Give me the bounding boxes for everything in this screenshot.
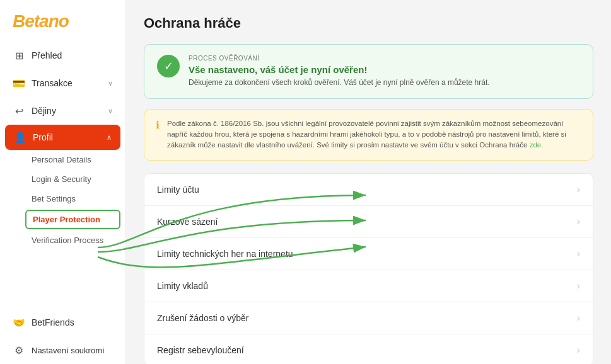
info-banner: ℹ Podle zákona č. 186/2016 Sb. jsou všic… <box>144 109 593 161</box>
chevron-right-icon: › <box>577 216 580 227</box>
history-icon: ↩ <box>13 105 25 117</box>
sidebar-item-nastaveni[interactable]: ⚙ Nastavení soukromí <box>0 336 125 364</box>
chevron-up-icon: ∧ <box>107 134 112 142</box>
friends-icon: 🤝 <box>13 316 25 329</box>
sidebar-item-profil[interactable]: 👤 Profil ∧ <box>5 125 120 150</box>
sidebar-item-label: Dějiny <box>32 106 56 116</box>
chevron-down-icon: ∨ <box>108 107 113 115</box>
success-banner: ✓ PROCES OVĚŘOVÁNÍ Vše nastaveno, váš úč… <box>144 44 593 99</box>
user-icon: 👤 <box>14 131 26 144</box>
sidebar-item-login-security[interactable]: Login & Security <box>0 169 125 189</box>
profile-submenu: Personal Details Login & Security Bet Se… <box>0 150 125 250</box>
check-icon: ✓ <box>157 55 180 77</box>
chevron-right-icon: › <box>577 344 580 356</box>
logo: Betano <box>13 11 69 31</box>
success-description: Děkujeme za dokončení všech kroků ověřen… <box>189 77 490 88</box>
chevron-down-icon: ∨ <box>108 79 113 88</box>
grid-icon: ⊞ <box>13 49 25 62</box>
sidebar-item-transakce[interactable]: 💳 Transakce ∨ <box>0 69 125 97</box>
menu-item-limity-vkladu[interactable]: Limity vkladů › <box>144 270 593 302</box>
sidebar-item-player-protection[interactable]: Player Protection <box>25 210 120 229</box>
chevron-right-icon: › <box>577 312 580 324</box>
sidebar-item-prehled[interactable]: ⊞ Přehled <box>0 42 125 69</box>
sidebar-item-label: Přehled <box>32 50 62 60</box>
success-title: Vše nastaveno, váš účet je nyní ověřen! <box>189 64 490 75</box>
logo-area: Betano <box>0 0 125 42</box>
main-content: Ochrana hráče ✓ PROCES OVĚŘOVÁNÍ Vše nas… <box>126 0 611 364</box>
menu-item-zruseni-zadosti[interactable]: Zrušení žádosti o výběr › <box>144 302 593 334</box>
sidebar-item-betfriends[interactable]: 🤝 BetFriends <box>0 309 125 336</box>
sidebar-item-label: Transakce <box>32 78 73 88</box>
success-label: PROCES OVĚŘOVÁNÍ <box>189 55 490 62</box>
menu-item-limity-technickych[interactable]: Limity technických her na internetu › <box>144 238 593 270</box>
page-title: Ochrana hráče <box>144 15 593 31</box>
sidebar: Betano ⊞ Přehled 💳 Transakce ∨ ↩ Dějiny … <box>0 0 126 364</box>
sidebar-item-label: Profil <box>33 132 53 142</box>
sidebar-item-personal-details[interactable]: Personal Details <box>0 150 125 169</box>
chevron-right-icon: › <box>577 248 580 259</box>
card-icon: 💳 <box>13 77 25 89</box>
info-link[interactable]: zde. <box>530 141 544 149</box>
sidebar-item-label: BetFriends <box>32 317 74 327</box>
sidebar-item-label: Nastavení soukromí <box>32 346 105 355</box>
info-icon: ℹ <box>156 119 160 131</box>
gear-icon: ⚙ <box>13 344 25 356</box>
chevron-right-icon: › <box>577 280 580 292</box>
menu-item-limity-uctu[interactable]: Limity účtu › <box>144 174 593 206</box>
sidebar-item-dejiny[interactable]: ↩ Dějiny ∨ <box>0 97 125 125</box>
sidebar-item-bet-settings[interactable]: Bet Settings <box>0 189 125 208</box>
chevron-right-icon: › <box>577 184 580 195</box>
sidebar-item-verification-process[interactable]: Verification Process <box>0 230 125 250</box>
menu-item-kurzove-sazeni[interactable]: Kurzové sázení › <box>144 206 593 238</box>
menu-item-registr-sebevylouceni[interactable]: Registr sebevyloučení › <box>144 334 593 364</box>
menu-list: Limity účtu › Kurzové sázení › Limity te… <box>144 173 593 364</box>
info-text: Podle zákona č. 186/2016 Sb. jsou všichn… <box>167 118 581 151</box>
